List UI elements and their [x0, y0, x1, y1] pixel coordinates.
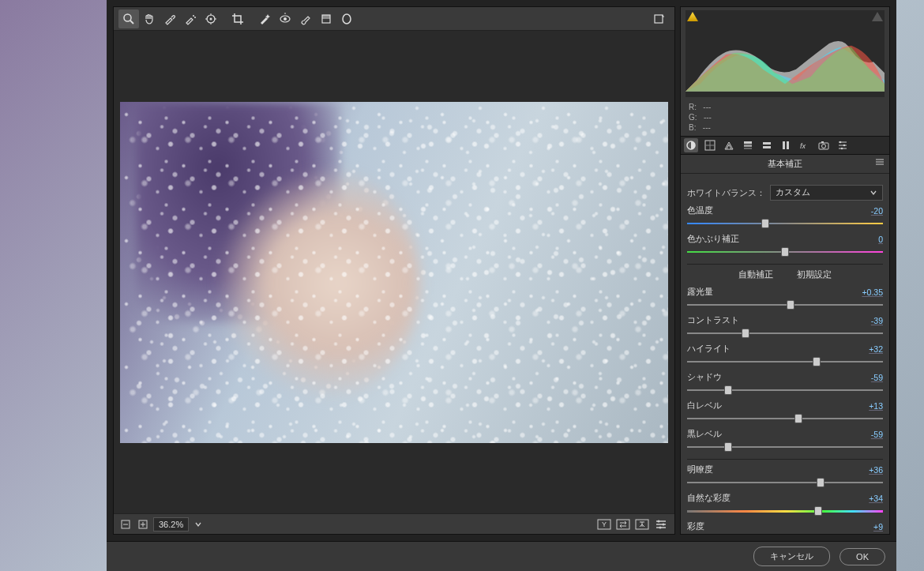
before-after-y-icon[interactable]: Y	[595, 515, 613, 534]
whites-label: 白レベル	[687, 400, 722, 411]
svg-rect-24	[617, 520, 629, 529]
exposure-slider[interactable]	[687, 299, 883, 310]
dialog-footer: キャンセル OK	[107, 541, 896, 571]
clarity-label: 明瞭度	[687, 464, 713, 475]
preferences-icon[interactable]	[649, 9, 670, 28]
adjustments-panel: R: --- G: --- B: --- fx 基本補正	[680, 6, 890, 535]
tool-toolbar	[114, 7, 674, 31]
tab-fx-icon[interactable]: fx	[798, 138, 812, 152]
tab-lens-icon[interactable]	[779, 138, 793, 152]
hand-tool-icon[interactable]	[139, 9, 160, 28]
zoom-dropdown-icon[interactable]	[192, 515, 205, 534]
camera-raw-dialog: 36.2% Y	[107, 0, 896, 571]
redeye-tool-icon[interactable]	[275, 9, 295, 28]
image-canvas	[120, 102, 668, 443]
shadows-slider[interactable]	[687, 385, 883, 396]
image-preview[interactable]	[114, 31, 674, 513]
color-sampler-icon[interactable]	[180, 9, 201, 28]
saturation-label: 彩度	[687, 521, 704, 532]
spot-removal-icon[interactable]	[254, 9, 275, 28]
tab-presets-icon[interactable]	[836, 138, 850, 152]
preview-panel: 36.2% Y	[113, 6, 675, 535]
whites-slider[interactable]	[687, 413, 883, 424]
svg-text:fx: fx	[800, 142, 806, 150]
svg-text:Y: Y	[602, 520, 607, 528]
vibrance-value[interactable]: +34	[861, 494, 883, 503]
temp-slider[interactable]	[687, 218, 883, 229]
vibrance-label: 自然な彩度	[687, 493, 731, 504]
exposure-value[interactable]: +0.35	[861, 287, 883, 297]
tint-value[interactable]: 0	[861, 235, 883, 244]
histogram[interactable]	[685, 10, 885, 97]
svg-point-5	[210, 17, 212, 20]
wb-select[interactable]: カスタム	[770, 185, 883, 201]
svg-point-15	[343, 14, 351, 24]
blacks-slider[interactable]	[687, 441, 883, 453]
svg-point-3	[194, 17, 196, 18]
copy-settings-icon[interactable]	[633, 515, 651, 534]
svg-rect-14	[322, 15, 330, 19]
svg-rect-46	[821, 141, 824, 143]
auto-button[interactable]: 自動補正	[738, 269, 773, 280]
svg-point-29	[658, 520, 660, 522]
main-area: 36.2% Y	[107, 0, 896, 541]
targeted-adjust-icon[interactable]	[201, 9, 221, 28]
highlights-slider[interactable]	[687, 356, 883, 367]
cancel-button[interactable]: キャンセル	[753, 547, 830, 566]
exposure-label: 露光量	[687, 287, 713, 298]
whites-value[interactable]: +13	[861, 401, 883, 411]
zoom-level[interactable]: 36.2%	[153, 517, 189, 532]
graduated-filter-icon[interactable]	[316, 9, 336, 28]
wb-label: ホワイトバランス：	[687, 187, 765, 199]
contrast-slider[interactable]	[687, 328, 883, 339]
svg-point-51	[843, 145, 846, 147]
blacks-value[interactable]: -59	[861, 430, 883, 439]
radial-filter-icon[interactable]	[336, 9, 357, 28]
tab-detail-icon[interactable]	[722, 138, 736, 152]
saturation-value[interactable]: +9	[861, 522, 883, 532]
tab-basic-icon[interactable]	[684, 138, 698, 152]
shadows-value[interactable]: -59	[861, 373, 883, 382]
tab-hsl-icon[interactable]	[741, 138, 755, 152]
wb-eyedropper-icon[interactable]	[160, 9, 180, 28]
svg-rect-16	[655, 15, 663, 23]
svg-point-30	[663, 523, 665, 525]
svg-point-31	[659, 526, 662, 528]
panel-tabs: fx	[681, 136, 889, 155]
swap-view-icon[interactable]	[614, 515, 632, 534]
zoom-tool-icon[interactable]	[118, 9, 139, 28]
temp-value[interactable]: -20	[861, 206, 883, 216]
tab-curve-icon[interactable]	[703, 138, 717, 152]
tab-camera-icon[interactable]	[817, 138, 831, 152]
clarity-value[interactable]: +36	[861, 465, 883, 475]
adjustment-brush-icon[interactable]	[295, 9, 316, 28]
contrast-value[interactable]: -39	[861, 316, 883, 325]
crop-tool-icon[interactable]	[227, 9, 248, 28]
svg-point-2	[193, 15, 194, 17]
highlights-label: ハイライト	[687, 344, 731, 355]
svg-point-11	[284, 17, 287, 21]
svg-rect-41	[783, 141, 785, 149]
panel-menu-icon[interactable]	[875, 158, 885, 166]
vibrance-slider[interactable]	[687, 505, 883, 517]
svg-point-0	[124, 14, 131, 21]
default-button[interactable]: 初期設定	[797, 269, 832, 280]
highlights-value[interactable]: +32	[861, 344, 883, 354]
zoom-out-icon[interactable]	[118, 515, 133, 534]
view-options-icon[interactable]	[652, 515, 670, 534]
svg-rect-37	[744, 145, 752, 147]
svg-rect-40	[763, 146, 771, 148]
tab-split-icon[interactable]	[760, 138, 774, 152]
blacks-label: 黒レベル	[687, 429, 722, 440]
rgb-readout: R: --- G: --- B: ---	[681, 99, 889, 136]
svg-line-1	[130, 21, 133, 24]
tint-slider[interactable]	[687, 246, 883, 257]
ok-button[interactable]: OK	[839, 548, 885, 565]
clarity-slider[interactable]	[687, 477, 883, 488]
tint-label: 色かぶり補正	[687, 234, 739, 245]
zoom-in-icon[interactable]	[136, 515, 150, 534]
section-title: 基本補正	[681, 155, 889, 174]
shadows-label: シャドウ	[687, 372, 722, 383]
contrast-label: コントラスト	[687, 315, 739, 326]
svg-rect-42	[787, 141, 789, 149]
